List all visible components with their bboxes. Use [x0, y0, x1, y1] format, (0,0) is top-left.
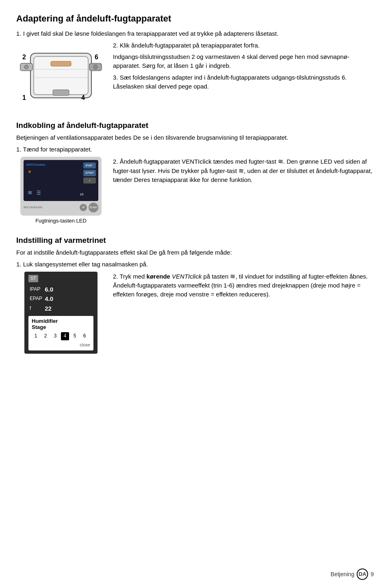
section3-title: Indstilling af varmetrinet	[16, 235, 374, 246]
st-label: ST	[28, 275, 38, 282]
ventimotion-device: VENTImotion IPAP EPAP i ≋ ☰ 1E ☀	[20, 157, 102, 216]
svg-point-7	[93, 65, 98, 69]
section2-figure-row: VENTImotion IPAP EPAP i ≋ ☰ 1E ☀	[16, 157, 374, 225]
venticlick-italic: VENTIclick	[172, 273, 202, 280]
section3-step1: 1. Luk slangesystemet eller tag nasalmas…	[16, 260, 374, 269]
venti-device-figure: VENTImotion IPAP EPAP i ≋ ☰ 1E ☀	[16, 157, 106, 225]
page-title: Adaptering af åndeluft-fugtapparatet	[16, 12, 374, 25]
footer-label: Betjening	[331, 570, 354, 578]
step3-text: 3. Sæt foldeslangens adapter ind i åndel…	[113, 73, 374, 91]
svg-rect-8	[51, 61, 71, 66]
venti-logo: WEINMANN	[24, 205, 43, 210]
close-label[interactable]: close	[32, 342, 90, 348]
step2b-text: Indgangs-tilslutningsstudsen 2 og varmes…	[113, 52, 374, 70]
ie-display: 1E	[80, 192, 84, 197]
humidifier-title: Humidifier Stage	[32, 318, 90, 331]
humidity-wave-icon: ≋	[28, 188, 32, 197]
stage-4-active: 4	[61, 332, 69, 340]
language-badge: DA	[357, 569, 368, 580]
epap-label: EPAP	[83, 170, 96, 176]
section-indkobling: Indkobling af åndeluft-fugtapparatet Bet…	[16, 120, 374, 225]
section3-intro: For at indstille åndeluft-fugtapparatets…	[16, 248, 374, 257]
section1-figure-row: 2 6 1 4	[16, 41, 374, 110]
section2-title: Indkobling af åndeluft-fugtapparatet	[16, 120, 374, 131]
section-adaptering: Adaptering af åndeluft-fugtapparatet 1. …	[16, 12, 374, 110]
screen-figure: ST IPAP 6.0 EPAP 4.0 f 22	[16, 272, 106, 354]
step1-text: 1. I givet fald skal De løsne foldeslang…	[16, 29, 374, 38]
epap-value: 4.0	[43, 294, 54, 304]
device-screen-mockup: ST IPAP 6.0 EPAP 4.0 f 22	[24, 272, 98, 354]
fig-label-1: 1	[22, 94, 26, 101]
svg-point-5	[24, 65, 28, 69]
fig-label-2: 2	[22, 54, 26, 61]
menu-icon: ☰	[37, 190, 41, 197]
epap-label: EPAP	[28, 294, 43, 304]
ipap-value: 6.0	[43, 285, 54, 294]
section1-steps: 2. Klik åndeluft-fugtapparatet på terapi…	[113, 41, 374, 94]
step2-text: 2. Klik åndeluft-fugtapparatet på terapi…	[113, 41, 374, 50]
humidity-button[interactable]: ≋	[80, 204, 87, 211]
section3-figure-row: ST IPAP 6.0 EPAP 4.0 f 22	[16, 272, 374, 354]
stage-6: 6	[80, 332, 89, 340]
page-footer: Betjening DA 9	[0, 569, 390, 580]
humidifier-stages: 1 2 3 4 5 6	[32, 332, 90, 340]
device-top-figure: 2 6 1 4	[16, 41, 106, 110]
ie-label: i	[83, 177, 96, 184]
device-top-illustration: 2 6 1 4	[18, 41, 104, 110]
f-value: 22	[43, 304, 54, 313]
humidity-icon-3: ≋	[230, 273, 235, 280]
readings-panel: IPAP 6.0 EPAP 4.0 f 22	[28, 285, 93, 313]
ipap-label: IPAP	[83, 162, 96, 169]
figure-caption: Fugtnings-tasten LED	[35, 217, 87, 225]
section3-step2: 2. Tryk med kørende VENTIclick på tasten…	[113, 272, 374, 302]
humidity-icon-2: ≋	[238, 167, 244, 174]
ipap-label: IPAP	[28, 285, 43, 294]
stage-5: 5	[71, 332, 79, 340]
section2-intro: Betjeningen af ventilationsapparatet bed…	[16, 133, 374, 142]
section2-step1: 1. Tænd for terapiapparatet.	[16, 145, 374, 154]
f-label: f	[28, 304, 43, 313]
fig-label-4: 4	[81, 94, 85, 101]
humidifier-panel: Humidifier Stage 1 2 3 4 5 6 close	[28, 316, 93, 350]
stage-3: 3	[51, 332, 59, 340]
readings-table: IPAP 6.0 EPAP 4.0 f 22	[28, 285, 54, 313]
venti-bottom-row: WEINMANN ≋ Enter	[24, 203, 98, 212]
venti-screen: VENTImotion IPAP EPAP i ≋ ☰ 1E ☀	[24, 160, 98, 201]
stage-2: 2	[41, 332, 50, 340]
stage-1: 1	[32, 332, 40, 340]
svg-rect-9	[53, 90, 69, 95]
kerande-bold: kørende	[147, 273, 170, 280]
humidity-icon-1: ≋	[278, 158, 283, 165]
sun-icon: ☀	[28, 169, 32, 175]
section-varmetrinet: Indstilling af varmetrinet For at indsti…	[16, 235, 374, 354]
page-number: 9	[370, 570, 374, 578]
footer-badge: Betjening DA 9	[331, 569, 374, 580]
section2-step2: 2. Åndeluft-fugtapparatet VENTIclick tæn…	[113, 157, 374, 187]
enter-button[interactable]: Enter	[89, 203, 98, 212]
fig-label-6: 6	[95, 54, 98, 61]
